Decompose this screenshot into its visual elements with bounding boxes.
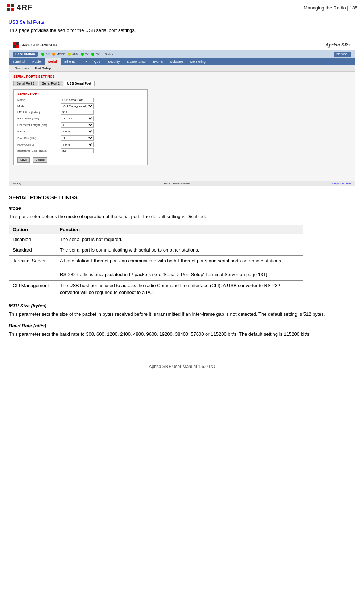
function-terminal-server: A base station Ethernet port can communi… <box>56 256 303 281</box>
serial-section-heading: SERIAL PORTS SETTINGS <box>9 194 355 200</box>
nav-qos[interactable]: QoS <box>91 58 104 65</box>
page-content: USB Serial Ports This page provides the … <box>0 14 364 353</box>
sp-label-name: Name <box>17 98 61 102</box>
sp-row-name: Name <box>17 98 144 102</box>
nav-maintenance[interactable]: Maintenance <box>123 58 149 65</box>
save-button[interactable]: Save <box>17 157 30 163</box>
network-button[interactable]: Network <box>334 52 351 57</box>
port-tab-1[interactable]: Serial Port 1 <box>13 81 38 86</box>
nav-radio[interactable]: Radio <box>29 58 45 65</box>
sp-input-mtu[interactable] <box>61 110 94 115</box>
footer-text: Aprisa SR+ User Manual 1.6.0 PO <box>149 364 215 369</box>
sup-mainnav: Terminal Radio Serial Ethernet IP QoS Se… <box>9 58 355 65</box>
sp-row-mtu: MTU Size (bytes) <box>17 110 144 115</box>
nav-security[interactable]: Security <box>104 58 124 65</box>
status-dot-aux <box>68 53 71 56</box>
aprisa-text: Aprisa SR+ <box>325 42 351 48</box>
sup-logo: 4RF SUPERVISOR <box>13 42 57 48</box>
usb-section-link[interactable]: USB Serial Ports <box>9 19 355 25</box>
sp-row-mode: Mode CLI Management Disabled Standard Te… <box>17 103 144 109</box>
sp-row-baud: Baud Rate (bit/s) 115200 300 600 1200 24… <box>17 116 144 121</box>
station-badge: Base Station <box>13 52 38 57</box>
sp-label-mtu: MTU Size (bytes) <box>17 111 61 114</box>
options-table: Option Function Disabled The serial port… <box>9 225 303 298</box>
status-dot-mode <box>52 53 55 56</box>
sp-input-ifgap[interactable] <box>61 148 94 153</box>
sp-row-flowcontrol: Flow Control none hardware software <box>17 142 144 147</box>
sp-label-stopbits: Stop Bits (bits) <box>17 136 61 140</box>
sp-select-mode[interactable]: CLI Management Disabled Standard Termina… <box>61 103 94 109</box>
mtu-heading: MTU Size (bytes) <box>9 303 355 308</box>
logo-sq-1 <box>7 4 10 7</box>
sup-sq-3 <box>13 45 16 48</box>
sp-select-flowcontrol[interactable]: none hardware software <box>61 142 94 147</box>
nav-software[interactable]: Software <box>166 58 187 65</box>
sp-box-title: SERIAL PORT <box>17 92 144 95</box>
sp-select-baud[interactable]: 115200 300 600 1200 2400 4800 9600 19200… <box>61 116 94 121</box>
option-cli: CLI Management <box>9 280 56 298</box>
sp-label-baud: Baud Rate (bit/s) <box>17 117 61 120</box>
port-tab-2[interactable]: Serial Port 2 <box>39 81 63 86</box>
sup-brand: 4RF SUPERVISOR <box>22 43 57 47</box>
table-row: CLI Management The USB host port is used… <box>9 280 303 298</box>
sp-input-name[interactable] <box>61 98 94 102</box>
nav-terminal[interactable]: Terminal <box>9 58 29 65</box>
sp-row-ifgap: Interframe Gap (chars) <box>17 148 144 153</box>
sup-sq-4 <box>16 45 19 48</box>
option-disabled: Disabled <box>9 234 56 245</box>
sup-logo-icon <box>13 42 19 48</box>
option-standard: Standard <box>9 245 56 256</box>
logo-squares <box>7 4 14 11</box>
nav-monitoring[interactable]: Monitoring <box>187 58 209 65</box>
col-header-function: Function <box>56 225 303 234</box>
status-mode-label: MODE <box>57 53 65 56</box>
sup-topnav: Base Station OK MODE AUX TX RX Status Ne… <box>9 50 355 58</box>
nav-events[interactable]: Events <box>149 58 167 65</box>
page-header: 4RF Managing the Radio | 135 <box>0 0 364 14</box>
nav-serial[interactable]: Serial <box>45 58 61 65</box>
screenshot-box: 4RF SUPERVISOR Aprisa SR+ Base Station O… <box>9 40 355 186</box>
logo-sq-3 <box>7 8 10 11</box>
port-tabs: Serial Port 1 Serial Port 2 USB Serial P… <box>13 81 351 86</box>
status-dot-ok <box>41 53 44 56</box>
function-cli: The USB host port is used to access the … <box>56 280 303 298</box>
subnav-summary[interactable]: Summary <box>12 66 32 71</box>
sp-select-stopbits[interactable]: 1 2 <box>61 135 94 141</box>
mode-text: This parameter defines the mode of opera… <box>9 213 355 220</box>
nav-ip[interactable]: IP <box>80 58 91 65</box>
serial-port-box: SERIAL PORT Name Mode CLI Management Dis… <box>13 89 148 165</box>
sup-statusbar: Ready Radio: Base Station Logout ADMIN <box>9 181 355 186</box>
table-row: Disabled The serial port is not required… <box>9 234 303 245</box>
sup-header: 4RF SUPERVISOR Aprisa SR+ <box>9 40 355 50</box>
logo-sq-4 <box>11 8 14 11</box>
status-radio: Radio: Base Station <box>164 182 190 185</box>
sup-content: SERIAL PORTS SETTINGS Serial Port 1 Seri… <box>9 72 355 181</box>
intro-text: This page provides the setup for the USB… <box>9 28 355 33</box>
status-ok-label: OK <box>46 53 50 56</box>
status-indicators: OK MODE AUX TX RX <box>41 53 100 56</box>
form-buttons: Save Cancel <box>17 154 144 163</box>
sp-row-parity: Parity none even odd <box>17 129 144 134</box>
status-rx-label: RX <box>96 53 100 56</box>
port-tab-usb[interactable]: USB Serial Port <box>64 81 95 86</box>
logo-sq-2 <box>11 4 14 7</box>
sp-settings-title: SERIAL PORTS SETTINGS <box>13 75 351 78</box>
logo-text: 4RF <box>17 3 33 12</box>
nav-ethernet[interactable]: Ethernet <box>61 58 80 65</box>
mtu-text: This parameter sets the size of the pack… <box>9 311 355 318</box>
sup-subnav: Summary Port Setup <box>9 65 355 72</box>
logo-area: 4RF <box>7 3 37 12</box>
subnav-port-setup[interactable]: Port Setup <box>32 66 54 71</box>
sp-label-mode: Mode <box>17 105 61 108</box>
aprisa-logo: Aprisa SR+ <box>325 42 351 48</box>
function-standard: The serial port is communicating with se… <box>56 245 303 256</box>
status-dot-tx <box>81 53 84 56</box>
status-dot-rx <box>91 53 94 56</box>
sp-select-charlen[interactable]: 8 7 <box>61 122 94 128</box>
table-row: Terminal Server A base station Ethernet … <box>9 256 303 281</box>
sp-select-parity[interactable]: none even odd <box>61 129 94 134</box>
logout-link[interactable]: Logout ADMIN <box>332 182 351 185</box>
sup-sq-2 <box>16 42 19 45</box>
function-disabled: The serial port is not required. <box>56 234 303 245</box>
cancel-button[interactable]: Cancel <box>33 157 47 163</box>
